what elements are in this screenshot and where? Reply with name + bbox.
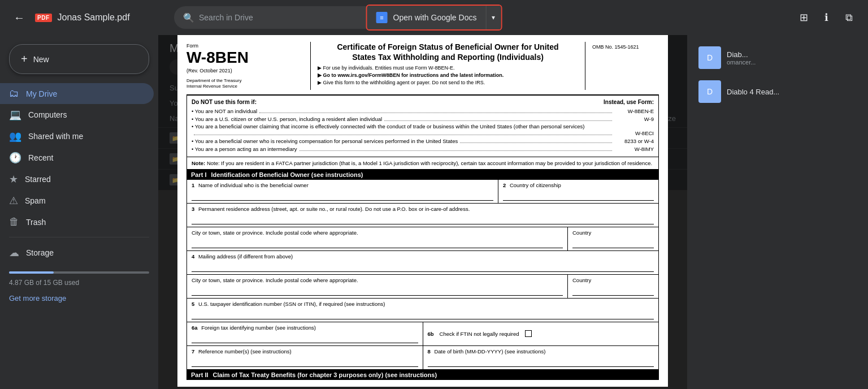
search-icon: 🔍 — [183, 12, 194, 23]
sidebar-item-trash[interactable]: 🗑 Trash — [0, 211, 154, 232]
field-3-country-input[interactable] — [572, 239, 654, 248]
storage-bar: 4.87 GB of 15 GB used — [0, 263, 158, 292]
sidebar-item-recent[interactable]: 🕐 Recent — [0, 147, 154, 168]
part-1-title: Identification of Beneficial Owner (see … — [211, 171, 363, 178]
form-row-5: 5 U.S. taxpayer identification number (S… — [186, 299, 659, 322]
form-name: W-8BEN — [186, 49, 303, 67]
form-container: Form W-8BEN (Rev. October 2021) Departme… — [177, 35, 668, 387]
sidebar-divider — [9, 237, 149, 237]
clock-icon: 🕐 — [9, 152, 21, 164]
content-area: My Drive Type ▾ Last modified ▾ Suggeste… — [158, 35, 687, 389]
sidebar-item-label: My Drive — [26, 89, 57, 98]
plus-icon: + — [21, 53, 28, 66]
open-with-google-docs-button[interactable]: ≡ Open with Google Docs — [367, 6, 486, 29]
form-row-6: 6a Foreign tax identifying number (see i… — [186, 322, 659, 346]
omb-number: OMB No. 1545-1621 — [592, 44, 639, 50]
get-more-storage-link[interactable]: Get more storage — [0, 292, 158, 305]
field-8: 8 Date of birth (MM-DD-YYYY) (see instru… — [423, 346, 659, 369]
back-button[interactable]: ← — [9, 7, 29, 28]
field-5-label: U.S. taxpayer identification number (SSN… — [198, 301, 385, 307]
note-section: Note: Note: If you are resident in a FAT… — [186, 157, 659, 170]
rp-item-text: Diab... omancer... — [727, 50, 756, 66]
field-3-input[interactable] — [192, 215, 654, 224]
grid-icon: ⊞ — [800, 11, 808, 24]
field-2-label: Country of citizenship — [510, 182, 561, 188]
rp-item-text: Diablo 4 Read... — [727, 88, 779, 96]
field-1-label: Name of individual who is the beneficial… — [198, 182, 309, 188]
field-4-city-input[interactable] — [192, 287, 563, 296]
field-8-input[interactable] — [428, 358, 654, 367]
sidebar-item-starred[interactable]: ★ Starred — [0, 168, 154, 190]
sidebar-item-my-drive[interactable]: 🗂 My Drive — [0, 83, 154, 104]
form-row-1-2: 1 Name of individual who is the benefici… — [186, 180, 659, 204]
field-4-country: Country — [568, 275, 658, 298]
pdf-document: Form W-8BEN (Rev. October 2021) Departme… — [177, 35, 668, 387]
topbar: ← PDF Jonas Sample.pdf 🔍 ≡ Open with Goo… — [0, 0, 868, 35]
do-not-row: • You are NOT an individual W-8BEN-E — [192, 107, 654, 114]
rp-item-icon: D — [698, 46, 721, 69]
sidebar-item-spam[interactable]: ⚠ Spam — [0, 190, 154, 211]
back-icon: ← — [14, 11, 25, 24]
spam-icon: ⚠ — [9, 194, 18, 207]
field-3-country: Country — [568, 227, 658, 250]
rp-item-label: Diab... — [727, 50, 756, 59]
computer-icon: 💻 — [9, 109, 21, 121]
form-header: Form W-8BEN (Rev. October 2021) Departme… — [186, 42, 659, 96]
info-icon: ℹ — [824, 11, 828, 24]
form-row-7-8: 7 Reference number(s) (see instructions)… — [186, 346, 659, 370]
open-new-window-icon: ⧉ — [845, 12, 853, 24]
sidebar-item-label: Shared with me — [28, 132, 83, 141]
field-6b-checkbox[interactable] — [525, 330, 532, 337]
people-icon: 👥 — [9, 130, 21, 142]
field-2-input[interactable] — [503, 192, 654, 201]
storage-text: 4.87 GB of 15 GB used — [9, 279, 79, 287]
part-2-title: Claim of Tax Treaty Benefits (for chapte… — [213, 371, 437, 378]
field-4-input[interactable] — [192, 263, 654, 272]
field-6b-label: Check if FTIN not legally required — [440, 331, 519, 337]
right-panel: D Diab... omancer... D Diablo 4 Read... — [687, 35, 868, 389]
part-1-label: Part I — [191, 171, 207, 178]
sidebar-item-label: Computers — [28, 110, 67, 119]
field-1: 1 Name of individual who is the benefici… — [187, 180, 498, 203]
sidebar-item-computers[interactable]: 💻 Computers — [0, 104, 154, 126]
field-7-input[interactable] — [192, 358, 418, 367]
field-3-city-country: City or town, state or province. Include… — [187, 227, 658, 250]
field-6b: 6b Check if FTIN not legally required — [423, 322, 659, 345]
star-icon: ★ — [9, 173, 18, 185]
info-icon-button[interactable]: ℹ — [816, 7, 836, 28]
do-not-row: • You are a beneficial owner claiming th… — [192, 123, 654, 136]
part-2-label: Part II — [191, 371, 209, 378]
storage-bar-background — [9, 271, 149, 274]
right-panel-item[interactable]: D Diab... omancer... — [694, 42, 861, 74]
file-title: Jonas Sample.pdf — [58, 12, 130, 23]
field-1-input[interactable] — [192, 192, 493, 201]
part-1-header: Part I Identification of Beneficial Owne… — [186, 170, 659, 180]
form-dept: Department of the Treasury Internal Reve… — [186, 78, 303, 90]
sidebar-item-storage[interactable]: ☁ Storage — [0, 242, 154, 263]
do-not-header: Do NOT use this form if: Instead, use Fo… — [192, 99, 654, 105]
field-1-num: 1 — [192, 182, 194, 188]
do-not-title: Do NOT use this form if: — [192, 99, 257, 105]
open-with-button-container: ≡ Open with Google Docs ▾ — [366, 5, 502, 31]
form-rev: (Rev. October 2021) — [186, 68, 303, 74]
field-6a-input[interactable] — [192, 334, 418, 343]
field-4-country-input[interactable] — [572, 287, 654, 296]
new-label: New — [33, 55, 49, 64]
sidebar-item-shared-with-me[interactable]: 👥 Shared with me — [0, 126, 154, 147]
pdf-overlay: Form W-8BEN (Rev. October 2021) Departme… — [158, 35, 687, 389]
field-6a-label: Foreign tax identifying number (see inst… — [201, 325, 316, 331]
field-3-city-input[interactable] — [192, 239, 563, 248]
sidebar-item-label: Storage — [26, 248, 54, 257]
grid-view-icon-button[interactable]: ⊞ — [793, 7, 814, 28]
field-7: 7 Reference number(s) (see instructions) — [187, 346, 423, 369]
storage-bar-fill — [9, 271, 54, 274]
open-with-dropdown-button[interactable]: ▾ — [485, 6, 501, 29]
cloud-icon: ☁ — [9, 247, 19, 259]
field-5-input[interactable] — [192, 310, 654, 319]
new-button[interactable]: + New — [9, 44, 149, 74]
trash-icon: 🗑 — [9, 216, 19, 228]
right-panel-item[interactable]: D Diablo 4 Read... — [694, 76, 861, 107]
fields-1-2: 1 Name of individual who is the benefici… — [187, 180, 658, 203]
open-new-window-button[interactable]: ⧉ — [839, 7, 859, 28]
rp-item-sublabel: omancer... — [727, 59, 756, 66]
